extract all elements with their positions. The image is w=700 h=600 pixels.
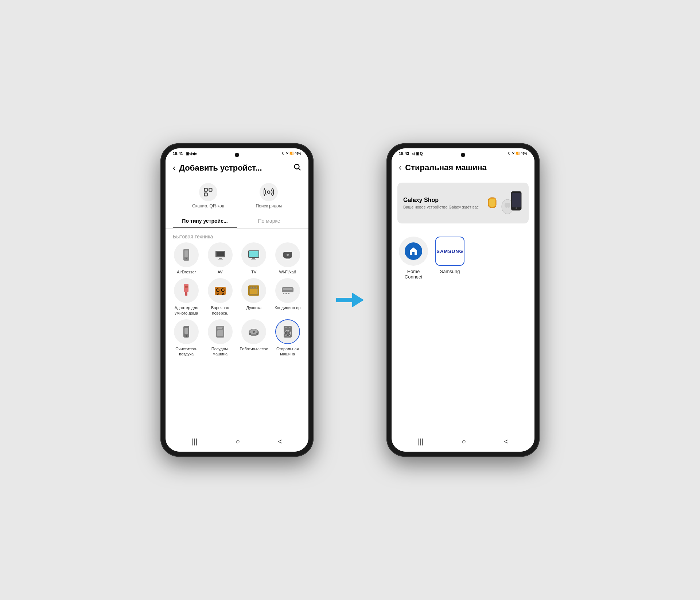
device-oven[interactable]: Духовка bbox=[239, 278, 269, 316]
back-button-1[interactable]: ‹ bbox=[173, 163, 175, 173]
adapter-icon bbox=[174, 278, 199, 303]
nav-back-2[interactable]: < bbox=[504, 437, 508, 446]
galaxy-text: Galaxy Shop Ваше новое устройство Galaxy… bbox=[403, 197, 479, 209]
svg-rect-23 bbox=[249, 251, 258, 257]
status-bar-1: 18:41 ▣◁◀● ☾ ✕ 📶 48% bbox=[166, 148, 308, 157]
ac-icon bbox=[275, 278, 300, 303]
device-dishwasher[interactable]: Посудом. машина bbox=[205, 319, 236, 357]
tv-label: TV bbox=[251, 269, 256, 274]
phone-screen-2: 18:43 ◁ ▣ Q ☾ ✕ 📶 48% ‹ Стиральная машин… bbox=[392, 148, 534, 452]
airdresser-icon bbox=[174, 242, 199, 267]
washing-machine-icon bbox=[275, 319, 300, 344]
page-title-2: Стиральная машина bbox=[405, 163, 527, 172]
phone-frame-2: 18:43 ◁ ▣ Q ☾ ✕ 📶 48% ‹ Стиральная машин… bbox=[386, 143, 540, 457]
samsung-logo: SAMSUNG bbox=[436, 249, 463, 254]
device-air-purifier[interactable]: Очиститель воздуха bbox=[171, 319, 202, 357]
svg-point-58 bbox=[256, 333, 258, 335]
search-button-1[interactable] bbox=[293, 163, 301, 173]
svg-rect-19 bbox=[217, 252, 224, 256]
svg-rect-2 bbox=[205, 188, 207, 191]
cooktop-label: Варочная поверхн. bbox=[205, 305, 236, 316]
av-icon bbox=[208, 242, 233, 267]
page-title-1: Добавить устройст... bbox=[179, 163, 293, 173]
nav-home-2[interactable]: ○ bbox=[462, 437, 466, 446]
nav-home-1[interactable]: ○ bbox=[236, 437, 240, 446]
camera-dot-1 bbox=[235, 153, 239, 157]
svg-point-46 bbox=[288, 293, 289, 294]
device-robot-vacuum[interactable]: Робот-пылесос bbox=[239, 319, 269, 357]
svg-rect-66 bbox=[489, 199, 495, 207]
svg-point-17 bbox=[186, 258, 187, 259]
device-av[interactable]: AV bbox=[205, 242, 236, 274]
phone-1: 18:41 ▣◁◀● ☾ ✕ 📶 48% ‹ Добавить устройст… bbox=[160, 143, 314, 457]
bottom-nav-1: ||| ○ < bbox=[166, 433, 308, 452]
back-button-2[interactable]: ‹ bbox=[399, 163, 401, 172]
svg-point-45 bbox=[285, 293, 287, 294]
galaxy-shop-banner[interactable]: Galaxy Shop Ваше новое устройство Galaxy… bbox=[397, 183, 529, 223]
nav-back-1[interactable]: < bbox=[278, 437, 282, 446]
scan-nearby-item[interactable]: Поиск рядом bbox=[256, 183, 282, 209]
robot-vacuum-label: Робот-пылесос bbox=[240, 346, 268, 351]
galaxy-shop-title: Galaxy Shop bbox=[403, 197, 479, 203]
svg-rect-16 bbox=[184, 250, 188, 257]
qr-icon bbox=[199, 183, 217, 201]
status-time-2: 18:43 ◁ ▣ Q bbox=[399, 151, 423, 156]
brand-samsung[interactable]: SAMSUNG Samsung bbox=[435, 237, 464, 280]
av-label: AV bbox=[218, 269, 223, 274]
bottom-nav-2: ||| ○ < bbox=[392, 433, 534, 452]
scan-nearby-label: Поиск рядом bbox=[256, 203, 282, 209]
status-bar-2: 18:43 ◁ ▣ Q ☾ ✕ 📶 48% bbox=[392, 148, 534, 157]
tab-by-brand[interactable]: По марке bbox=[237, 214, 301, 228]
device-ac[interactable]: Кондицион ер bbox=[273, 278, 303, 316]
svg-point-0 bbox=[295, 164, 299, 169]
air-purifier-icon bbox=[174, 319, 199, 344]
phone-frame-1: 18:41 ▣◁◀● ☾ ✕ 📶 48% ‹ Добавить устройст… bbox=[160, 143, 314, 457]
svg-point-56 bbox=[253, 331, 255, 333]
svg-rect-28 bbox=[285, 258, 290, 259]
home-connect-icon-wrap bbox=[399, 237, 428, 266]
device-airdresser[interactable]: AirDresser bbox=[171, 242, 202, 274]
svg-rect-38 bbox=[250, 289, 258, 294]
svg-rect-30 bbox=[185, 292, 187, 296]
navigation-arrow bbox=[335, 293, 365, 307]
device-wifi-hub[interactable]: Wi-Fi/хаб bbox=[273, 242, 303, 274]
screen-content-1: ‹ Добавить устройст... bbox=[166, 157, 308, 433]
status-icons-1: ☾ ✕ 📶 48% bbox=[282, 152, 301, 155]
device-adapter[interactable]: Адаптер для умного дома bbox=[171, 278, 202, 316]
svg-point-39 bbox=[250, 287, 252, 288]
dishwasher-icon bbox=[208, 319, 233, 344]
cooktop-icon bbox=[208, 278, 233, 303]
phone-screen-1: 18:41 ▣◁◀● ☾ ✕ 📶 48% ‹ Добавить устройст… bbox=[166, 148, 308, 452]
svg-rect-3 bbox=[209, 188, 212, 191]
adapter-label: Адаптер для умного дома bbox=[171, 305, 202, 316]
brand-home-connect[interactable]: HomeConnect bbox=[399, 237, 428, 280]
tabs-row: По типу устройс... По марке bbox=[166, 214, 308, 229]
svg-line-1 bbox=[299, 168, 300, 170]
wifi-hub-label: Wi-Fi/хаб bbox=[279, 269, 296, 274]
device-tv[interactable]: TV bbox=[239, 242, 269, 274]
nav-menu-1[interactable]: ||| bbox=[192, 437, 198, 446]
svg-rect-4 bbox=[205, 193, 207, 196]
svg-point-57 bbox=[249, 333, 251, 335]
svg-rect-29 bbox=[184, 284, 188, 292]
galaxy-shop-subtitle: Ваше новое устройство Galaxy ждёт вас bbox=[403, 205, 479, 209]
svg-point-53 bbox=[222, 327, 223, 328]
ac-label: Кондицион ер bbox=[275, 305, 300, 310]
wifi-hub-icon bbox=[275, 242, 300, 267]
svg-rect-43 bbox=[283, 288, 292, 290]
svg-rect-63 bbox=[285, 327, 287, 328]
svg-point-44 bbox=[283, 293, 284, 294]
camera-dot-2 bbox=[461, 153, 465, 157]
airdresser-label: AirDresser bbox=[177, 269, 196, 274]
status-icons-2: ☾ ✕ 📶 48% bbox=[508, 152, 527, 155]
dishwasher-label: Посудом. машина bbox=[205, 346, 236, 357]
svg-point-49 bbox=[186, 335, 187, 337]
phone-2: 18:43 ◁ ▣ Q ☾ ✕ 📶 48% ‹ Стиральная машин… bbox=[386, 143, 540, 457]
tab-by-type[interactable]: По типу устройс... bbox=[173, 214, 237, 228]
scan-area: Сканир. QR-код Поиск рядо bbox=[166, 177, 308, 214]
device-cooktop[interactable]: Варочная поверхн. bbox=[205, 278, 236, 316]
nav-menu-2[interactable]: ||| bbox=[418, 437, 424, 446]
nearby-icon bbox=[260, 183, 278, 201]
device-washing-machine[interactable]: Стиральная машина bbox=[273, 319, 303, 357]
scan-qr-item[interactable]: Сканир. QR-код bbox=[192, 183, 224, 209]
